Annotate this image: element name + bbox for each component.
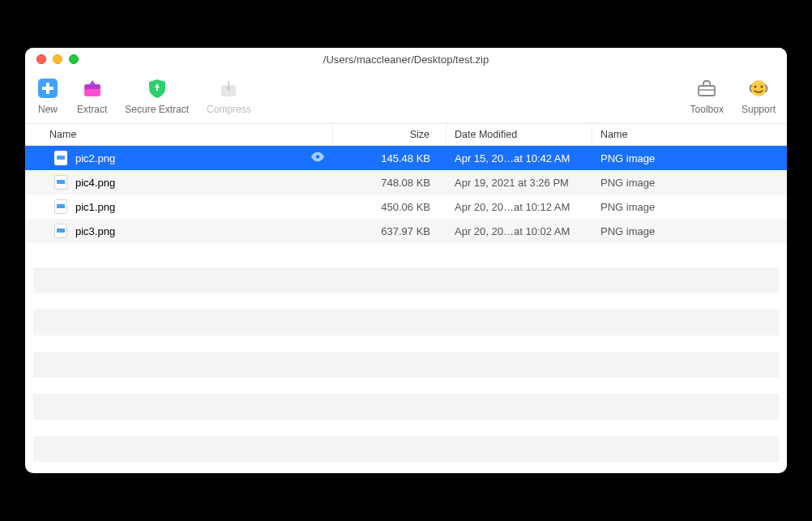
svg-point-10 [750, 80, 767, 96]
new-icon [36, 77, 59, 100]
file-date: Apr 19, 2021 at 3:26 PM [447, 177, 592, 189]
svg-rect-2 [42, 87, 53, 90]
file-list: pic2.png145.48 KBApr 15, 20…at 10:42 AMP… [25, 146, 787, 243]
file-name: pic1.png [75, 201, 115, 213]
file-size: 145.48 KB [333, 152, 447, 164]
file-name: pic4.png [75, 177, 115, 189]
file-name-cell: pic4.png [25, 175, 333, 190]
shield-icon [146, 77, 169, 100]
extract-label: Extract [77, 104, 107, 115]
file-name-cell: pic2.png [25, 151, 333, 165]
secure-extract-label: Secure Extract [125, 104, 189, 115]
svg-point-13 [316, 155, 319, 158]
table-row[interactable]: pic1.png450.06 KBApr 20, 20…at 10:12 AMP… [25, 194, 787, 219]
header-kind[interactable]: Name [592, 124, 754, 145]
support-label: Support [741, 104, 776, 115]
file-size: 637.97 KB [333, 225, 447, 237]
file-icon [54, 151, 67, 165]
svg-rect-5 [156, 87, 158, 91]
secure-extract-button[interactable]: Secure Extract [125, 77, 189, 115]
extract-icon [81, 77, 104, 100]
header-date-modified[interactable]: Date Modified [447, 124, 592, 145]
file-icon [54, 199, 67, 214]
compress-icon [217, 77, 240, 100]
toolbox-button[interactable]: Toolbox [690, 77, 724, 115]
toolbox-label: Toolbox [690, 104, 724, 115]
titlebar: /Users/maccleaner/Desktop/test.zip [25, 48, 787, 70]
column-headers: Name Size Date Modified Name [25, 124, 787, 146]
placeholder-row [33, 310, 779, 335]
file-icon [54, 224, 67, 238]
placeholder-row [33, 267, 779, 293]
file-size: 450.06 KB [333, 201, 447, 213]
placeholder-row [33, 352, 779, 378]
new-label: New [38, 104, 58, 115]
compress-button: Compress [207, 77, 251, 115]
header-name[interactable]: Name [25, 124, 333, 145]
file-name-cell: pic3.png [25, 224, 333, 238]
file-icon [54, 175, 67, 190]
close-icon[interactable] [36, 54, 46, 64]
placeholder-row [33, 436, 779, 462]
file-date: Apr 15, 20…at 10:42 AM [447, 152, 592, 164]
empty-area [25, 243, 787, 473]
file-kind: PNG image [592, 201, 754, 213]
placeholder-row [33, 394, 779, 420]
table-row[interactable]: pic3.png637.97 KBApr 20, 20…at 10:02 AMP… [25, 219, 787, 243]
support-button[interactable]: Support [741, 77, 776, 115]
zoom-icon[interactable] [69, 54, 79, 64]
support-icon [747, 77, 770, 100]
file-kind: PNG image [592, 177, 754, 189]
svg-rect-8 [699, 86, 715, 96]
file-kind: PNG image [592, 225, 754, 237]
file-size: 748.08 KB [333, 177, 447, 189]
svg-rect-7 [228, 81, 229, 88]
svg-point-11 [754, 86, 756, 88]
toolbar: New Extract Secure Extract Compress T [25, 70, 787, 124]
compress-label: Compress [207, 104, 251, 115]
file-name-cell: pic1.png [25, 199, 333, 214]
file-date: Apr 20, 20…at 10:02 AM [447, 225, 592, 237]
svg-point-12 [760, 86, 763, 88]
header-size[interactable]: Size [333, 124, 447, 145]
file-date: Apr 20, 20…at 10:12 AM [447, 201, 592, 213]
window-controls [25, 54, 79, 64]
app-window: /Users/maccleaner/Desktop/test.zip New E… [25, 48, 787, 473]
extract-button[interactable]: Extract [77, 77, 107, 115]
window-title: /Users/maccleaner/Desktop/test.zip [25, 53, 787, 66]
file-kind: PNG image [592, 152, 754, 164]
table-row[interactable]: pic4.png748.08 KBApr 19, 2021 at 3:26 PM… [25, 170, 787, 194]
file-name: pic2.png [75, 152, 115, 164]
toolbox-icon [695, 77, 718, 100]
minimize-icon[interactable] [53, 54, 62, 64]
preview-eye-icon[interactable] [310, 152, 325, 164]
file-name: pic3.png [75, 225, 115, 237]
table-row[interactable]: pic2.png145.48 KBApr 15, 20…at 10:42 AMP… [25, 146, 787, 170]
new-button[interactable]: New [36, 77, 59, 115]
